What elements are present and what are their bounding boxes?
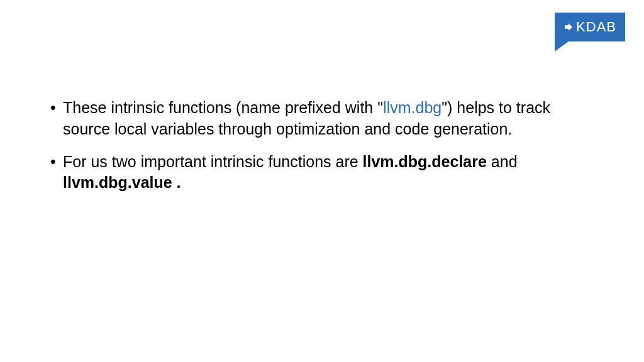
logo: KDAB	[555, 13, 625, 41]
logo-box: KDAB	[555, 13, 625, 41]
text-segment: and	[487, 153, 518, 170]
bullet-item-1: These intrinsic functions (name prefixed…	[50, 97, 581, 140]
bullet-item-2: For us two important intrinsic functions…	[50, 151, 581, 194]
text-segment: For us two important intrinsic functions…	[63, 153, 363, 170]
text-segment: These intrinsic functions (name prefixed…	[63, 99, 383, 116]
logo-flag	[555, 41, 569, 52]
slide-content: These intrinsic functions (name prefixed…	[50, 97, 581, 205]
bold-text: llvm.dbg.declare	[363, 153, 487, 170]
link-text: llvm.dbg	[383, 99, 441, 116]
bullet-list: These intrinsic functions (name prefixed…	[50, 97, 581, 194]
logo-text: KDAB	[576, 19, 616, 35]
logo-icon	[564, 22, 574, 32]
bold-text: llvm.dbg.value .	[63, 173, 181, 191]
